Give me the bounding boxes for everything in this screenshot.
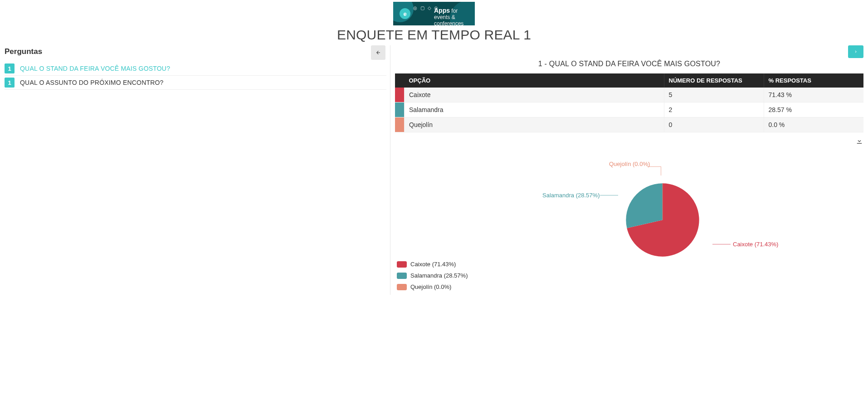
logo-text-for: for bbox=[451, 8, 458, 14]
row-pct: 0.0 % bbox=[764, 117, 863, 132]
logo-text-apps: Apps bbox=[434, 7, 450, 14]
pie-slice-label: Quejolín (0.0%) bbox=[609, 161, 650, 167]
row-count: 0 bbox=[664, 117, 764, 132]
question-item[interactable]: 1 QUAL O ASSUNTO DO PRÓXIMO ENCONTRO? bbox=[5, 76, 386, 90]
legend-swatch bbox=[397, 273, 407, 279]
legend-item: Quejolín (0.0%) bbox=[397, 283, 495, 290]
back-button[interactable] bbox=[371, 45, 385, 60]
legend-label: Salamandra (28.57%) bbox=[410, 272, 468, 279]
row-pct: 71.43 % bbox=[764, 88, 863, 102]
row-color-swatch bbox=[395, 117, 405, 132]
chevron-right-icon bbox=[853, 49, 858, 54]
legend-label: Caixote (71.43%) bbox=[410, 261, 456, 268]
row-count: 2 bbox=[664, 102, 764, 117]
table-row: Caixote 5 71.43 % bbox=[395, 88, 863, 102]
row-color-swatch bbox=[395, 88, 405, 102]
table-row: Quejolín 0 0.0 % bbox=[395, 117, 863, 132]
download-icon[interactable] bbox=[855, 137, 863, 145]
legend-swatch bbox=[397, 284, 407, 290]
row-pct: 28.57 % bbox=[764, 102, 863, 117]
legend-item: Salamandra (28.57%) bbox=[397, 272, 495, 279]
results-table: OPÇÃO NÚMERO DE RESPOSTAS % RESPOSTAS Ca… bbox=[395, 73, 863, 132]
th-pct: % RESPOSTAS bbox=[764, 73, 863, 88]
question-text: QUAL O ASSUNTO DO PRÓXIMO ENCONTRO? bbox=[20, 79, 164, 86]
pie-slice-label: Caixote (71.43%) bbox=[733, 241, 778, 248]
legend-swatch bbox=[397, 261, 407, 268]
question-item[interactable]: 1 QUAL O STAND DA FEIRA VOCÊ MAIS GOSTOU… bbox=[5, 62, 386, 76]
page-title: ENQUETE EM TEMPO REAL 1 bbox=[0, 27, 868, 43]
legend-item: Caixote (71.43%) bbox=[397, 261, 495, 268]
question-text: QUAL O STAND DA FEIRA VOCÊ MAIS GOSTOU? bbox=[20, 65, 170, 72]
pie-chart-svg bbox=[613, 170, 712, 270]
brand-logo: e ◎ ▢ ◇ ◎ Apps for events & conferences bbox=[393, 2, 475, 25]
question-number-badge: 1 bbox=[5, 78, 15, 88]
next-button[interactable] bbox=[848, 45, 863, 58]
table-row: Salamandra 2 28.57 % bbox=[395, 102, 863, 117]
th-color bbox=[395, 73, 405, 88]
th-count: NÚMERO DE RESPOSTAS bbox=[664, 73, 764, 88]
question-number-badge: 1 bbox=[5, 63, 15, 73]
arrow-left-icon bbox=[375, 50, 381, 55]
row-count: 5 bbox=[664, 88, 764, 102]
logo-text-sub: events & conferences bbox=[434, 14, 463, 25]
pie-chart: Caixote (71.43%) Salamandra (28.57%) Que… bbox=[395, 156, 863, 295]
th-option: OPÇÃO bbox=[405, 73, 664, 88]
pie-slice-label: Salamandra (28.57%) bbox=[542, 192, 600, 199]
row-color-swatch bbox=[395, 102, 405, 117]
legend-label: Quejolín (0.0%) bbox=[410, 283, 451, 290]
questions-heading: Perguntas bbox=[5, 47, 386, 56]
row-option: Quejolín bbox=[405, 117, 664, 132]
result-question-title: 1 - QUAL O STAND DA FEIRA VOCÊ MAIS GOST… bbox=[395, 60, 863, 68]
row-option: Salamandra bbox=[405, 102, 664, 117]
row-option: Caixote bbox=[405, 88, 664, 102]
